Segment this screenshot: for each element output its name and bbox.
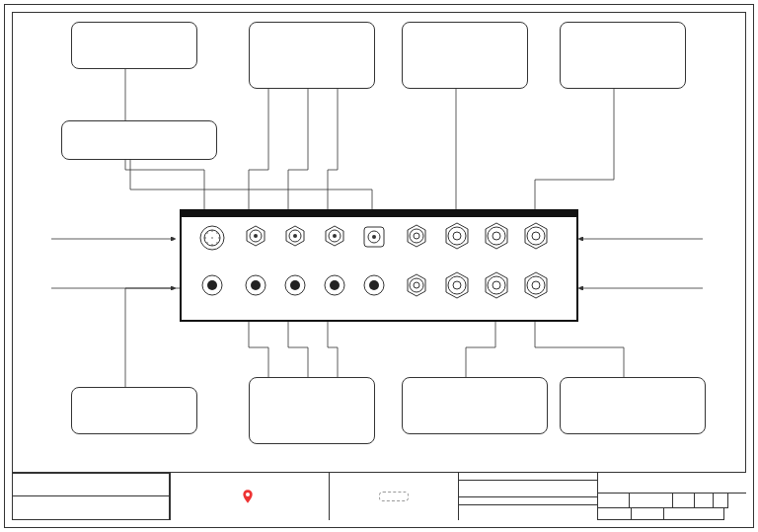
svg-point-8: [204, 237, 205, 238]
callout-flow-meter-outlet: [560, 22, 686, 89]
svg-point-7: [206, 242, 207, 243]
drawing-area: [12, 12, 746, 520]
connector-gland-20-d: [440, 270, 474, 300]
svg-point-2: [211, 230, 212, 231]
connector-gland-16-b: [401, 272, 432, 298]
connector-gland-20-e: [480, 270, 513, 300]
connector-sensor-c: [320, 225, 349, 247]
sheet-size: [724, 508, 746, 520]
connector-buccaneer-a: [195, 274, 229, 297]
svg-point-22: [372, 235, 376, 239]
svg-point-57: [246, 493, 250, 496]
svg-point-13: [254, 234, 258, 238]
connector-buccaneer-b: [241, 274, 270, 296]
of-label: [714, 494, 727, 508]
panel-top-strip: [182, 211, 576, 217]
callout-modbus-out: [560, 377, 706, 434]
svg-point-16: [293, 234, 297, 238]
svg-point-40: [290, 280, 300, 290]
connector-panel: [180, 209, 578, 322]
svg-point-42: [330, 280, 340, 290]
svg-marker-23: [408, 225, 425, 247]
callout-modem-antenna: [61, 120, 217, 160]
svg-point-19: [333, 234, 337, 238]
project-value: [459, 505, 597, 521]
svg-point-10: [211, 237, 212, 238]
title-block: [12, 472, 746, 520]
callout-external-sensors: [71, 22, 197, 69]
connector-gland-16-a: [401, 223, 432, 250]
callout-flow-meter-inlet: [402, 22, 528, 89]
svg-point-5: [216, 242, 217, 243]
client-logo-placeholder: [379, 492, 409, 501]
connector-sensor-a: [241, 225, 270, 247]
map-pin-icon: [240, 489, 256, 504]
callout-power-supply: [71, 387, 197, 434]
ruler-right: [745, 12, 754, 520]
connector-gland-20-c: [519, 221, 553, 251]
drawing-title: [598, 473, 746, 494]
connector-ntype: [357, 225, 391, 250]
connector-gland-20-f: [519, 270, 553, 300]
svg-point-9: [206, 232, 207, 233]
connector-buccaneer-e: [359, 274, 389, 296]
sheet-total: [728, 494, 746, 508]
revision-table: [12, 473, 170, 520]
callout-modbus-in: [402, 377, 548, 434]
svg-point-6: [211, 244, 212, 245]
company-logo-slot: [171, 473, 329, 520]
ruler-bottom: [12, 519, 746, 528]
connector-buccaneer-d: [320, 274, 349, 296]
svg-point-4: [218, 237, 219, 238]
drawing-sheet: [0, 0, 758, 532]
connector-itt-32pin: [195, 225, 229, 252]
svg-point-3: [216, 232, 217, 233]
connector-buccaneer-c: [280, 274, 310, 296]
svg-point-36: [207, 280, 217, 290]
location-value: [459, 481, 597, 497]
connector-gland-20-b: [480, 221, 513, 252]
svg-point-38: [251, 280, 261, 290]
callout-inlet-sensor: [249, 377, 375, 444]
connector-sensor-b: [280, 225, 310, 247]
svg-point-44: [369, 280, 379, 290]
callout-outlet-sensor: [249, 22, 375, 89]
sheet-number: [695, 494, 714, 508]
connector-gland-20-a: [440, 221, 474, 251]
svg-marker-45: [408, 274, 425, 296]
